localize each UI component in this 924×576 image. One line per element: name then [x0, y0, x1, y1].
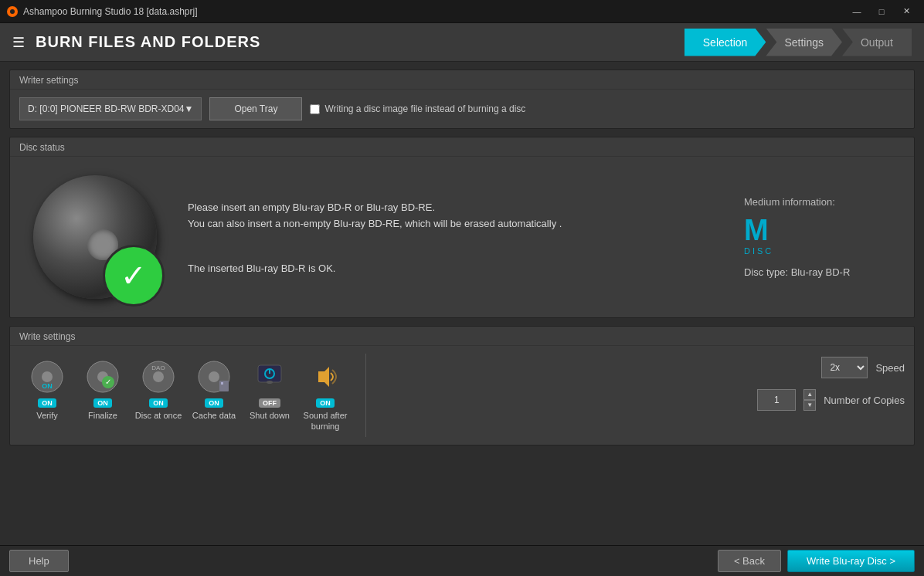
help-button[interactable]: Help	[9, 550, 69, 572]
disc-ok-text: The inserted Blu-ray BD-R is OK.	[188, 263, 744, 274]
image-file-checkbox[interactable]	[310, 104, 320, 114]
svg-point-17	[267, 381, 273, 384]
disc-type-text: Disc type: Blu-ray BD-R	[744, 266, 883, 278]
write-option-disc-at-once[interactable]: DAO ON Disc at once	[131, 354, 186, 437]
writer-settings-title: Writer settings	[10, 70, 914, 90]
disc-at-once-toggle: ON	[149, 398, 168, 408]
titlebar: Ashampoo Burning Studio 18 [data.ashprj]…	[0, 0, 924, 23]
svg-text:ON: ON	[42, 382, 53, 390]
cache-data-icon	[195, 358, 233, 395]
finalize-icon: ✓	[84, 358, 121, 395]
finalize-label: Finalize	[88, 410, 117, 421]
writer-settings-content: D: [0:0] PIONEER BD-RW BDR-XD04 ▼ Open T…	[10, 90, 914, 128]
svg-marker-20	[318, 367, 329, 387]
content-area: Writer settings D: [0:0] PIONEER BD-RW B…	[0, 62, 924, 545]
tab-output[interactable]: Output	[842, 29, 912, 56]
nav-tabs: Selection Settings Output	[685, 23, 912, 61]
mdisc-sub: DISC	[744, 246, 883, 256]
svg-text:DAO: DAO	[151, 364, 165, 371]
sound-icon	[307, 358, 344, 395]
sound-label: Sound afterburning	[304, 410, 348, 432]
app-icon	[6, 5, 19, 18]
header-left: ☰ BURN FILES AND FOLDERS	[12, 33, 260, 51]
write-option-cache-data[interactable]: ON Cache data	[186, 354, 242, 437]
maximize-button[interactable]: □	[870, 4, 893, 19]
copies-down-button[interactable]: ▼	[803, 400, 816, 411]
copies-row: ▲ ▼ Number of Copies	[757, 389, 905, 411]
verify-icon: ON	[29, 358, 66, 395]
titlebar-title: Ashampoo Burning Studio 18 [data.ashprj]	[23, 6, 197, 17]
svg-rect-14	[219, 381, 229, 391]
bottom-bar: Help < Back Write Blu-ray Disc >	[0, 545, 924, 576]
svg-point-1	[10, 9, 15, 14]
speed-label: Speed	[875, 362, 905, 374]
speed-select[interactable]: 2x 1x 4x 6x 8x	[821, 357, 868, 378]
shut-down-label: Shut down	[250, 410, 290, 421]
shut-down-toggle: OFF	[259, 398, 280, 408]
back-button[interactable]: < Back	[718, 550, 781, 572]
write-settings-content: ON ON Verify ✓	[10, 346, 914, 445]
bottom-right: < Back Write Blu-ray Disc >	[718, 550, 915, 572]
drive-select[interactable]: D: [0:0] PIONEER BD-RW BDR-XD04 ▼	[19, 97, 202, 120]
speed-row: 2x 1x 4x 6x 8x Speed	[821, 357, 905, 378]
mdisc-logo: M	[744, 215, 883, 245]
copies-up-button[interactable]: ▲	[803, 389, 816, 400]
tab-settings[interactable]: Settings	[766, 29, 842, 56]
disc-info: Please insert an empty Blu-ray BD-R or B…	[165, 200, 744, 275]
copies-spinner[interactable]: ▲ ▼	[803, 389, 816, 411]
menu-icon[interactable]: ☰	[12, 34, 25, 51]
copies-input[interactable]	[757, 389, 796, 411]
svg-text:✓: ✓	[105, 378, 111, 386]
finalize-toggle: ON	[93, 398, 112, 408]
disc-status-title: Disc status	[10, 137, 914, 157]
verify-toggle: ON	[38, 398, 56, 408]
disc-status-panel: Disc status ✓ Please insert an empty Blu…	[9, 137, 915, 318]
write-disc-button[interactable]: Write Blu-ray Disc >	[787, 550, 915, 572]
copies-label: Number of Copies	[824, 395, 905, 406]
svg-rect-15	[221, 382, 223, 385]
write-option-shut-down[interactable]: OFF Shut down	[242, 354, 297, 437]
medium-info: Medium information: M DISC Disc type: Bl…	[744, 196, 899, 278]
svg-point-10	[153, 371, 164, 382]
page-title: BURN FILES AND FOLDERS	[36, 33, 260, 51]
tab-selection[interactable]: Selection	[685, 29, 766, 56]
write-settings-title: Write settings	[10, 327, 914, 346]
writer-settings-panel: Writer settings D: [0:0] PIONEER BD-RW B…	[9, 69, 915, 129]
sound-toggle: ON	[316, 398, 335, 408]
titlebar-left: Ashampoo Burning Studio 18 [data.ashprj]	[6, 5, 197, 18]
disc-insert-text: Please insert an empty Blu-ray BD-R or B…	[188, 200, 744, 232]
minimize-button[interactable]: —	[845, 4, 868, 19]
disc-status-content: ✓ Please insert an empty Blu-ray BD-R or…	[10, 157, 914, 317]
disc-graphic: ✓	[25, 168, 165, 307]
check-badge: ✓	[103, 245, 165, 307]
main-header: ☰ BURN FILES AND FOLDERS Selection Setti…	[0, 23, 924, 62]
write-option-verify[interactable]: ON ON Verify	[19, 354, 75, 437]
image-file-checkbox-label[interactable]: Writing a disc image file instead of bur…	[310, 103, 525, 114]
cache-data-label: Cache data	[192, 410, 236, 421]
verify-label: Verify	[36, 410, 58, 421]
svg-point-3	[42, 371, 53, 382]
write-option-finalize[interactable]: ✓ ON Finalize	[75, 354, 131, 437]
open-tray-button[interactable]: Open Tray	[209, 97, 302, 120]
disc-at-once-label: Disc at once	[135, 410, 182, 421]
dropdown-arrow-icon: ▼	[185, 103, 194, 114]
cache-data-toggle: ON	[205, 398, 223, 408]
svg-point-13	[209, 371, 219, 382]
shut-down-icon	[251, 358, 288, 395]
medium-info-title: Medium information:	[744, 196, 883, 208]
write-settings-panel: Write settings ON ON Verify	[9, 326, 915, 446]
write-option-sound[interactable]: ON Sound afterburning	[297, 354, 353, 437]
speed-section: 2x 1x 4x 6x 8x Speed ▲ ▼ Number of Copie…	[750, 354, 905, 411]
titlebar-controls: — □ ✕	[845, 4, 918, 19]
close-button[interactable]: ✕	[895, 4, 918, 19]
disc-at-once-icon: DAO	[140, 358, 177, 395]
write-options: ON ON Verify ✓	[19, 354, 366, 437]
